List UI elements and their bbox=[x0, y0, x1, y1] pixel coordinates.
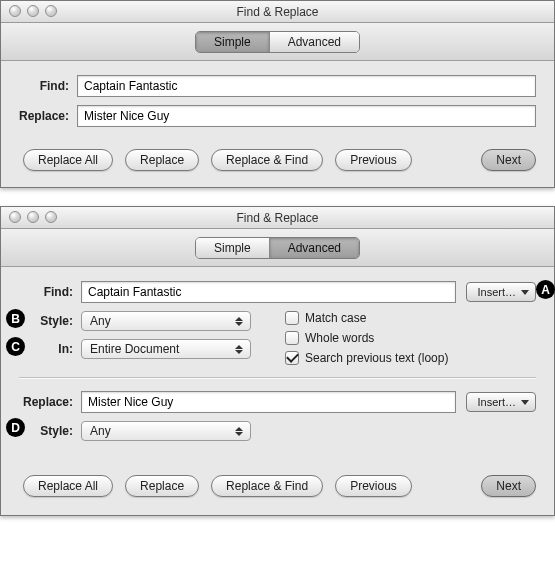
style-label: Style: bbox=[19, 314, 81, 328]
replace-find-button[interactable]: Replace & Find bbox=[211, 149, 323, 171]
titlebar[interactable]: Find & Replace bbox=[1, 1, 554, 23]
next-button[interactable]: Next bbox=[481, 149, 536, 171]
next-button[interactable]: Next bbox=[481, 475, 536, 497]
button-row: Replace All Replace Replace & Find Previ… bbox=[19, 149, 536, 171]
tab-advanced[interactable]: Advanced bbox=[270, 238, 359, 258]
find-style-value: Any bbox=[90, 314, 111, 328]
close-icon[interactable] bbox=[9, 211, 21, 223]
insert-replace-button[interactable]: Insert… bbox=[466, 392, 536, 412]
stepper-icon bbox=[231, 427, 246, 436]
replace-label: Replace: bbox=[19, 109, 77, 123]
minimize-icon[interactable] bbox=[27, 5, 39, 17]
tab-group: Simple Advanced bbox=[195, 237, 360, 259]
style-label: Style: bbox=[19, 424, 81, 438]
callout-d: D bbox=[6, 418, 25, 437]
replace-button[interactable]: Replace bbox=[125, 475, 199, 497]
dropdown-icon bbox=[521, 290, 529, 295]
search-previous-checkbox[interactable] bbox=[285, 351, 299, 365]
replace-input[interactable] bbox=[77, 105, 536, 127]
insert-label: Insert… bbox=[477, 396, 516, 408]
callout-a: A bbox=[536, 280, 555, 299]
tab-bar: Simple Advanced bbox=[1, 229, 554, 267]
insert-find-button[interactable]: Insert… bbox=[466, 282, 536, 302]
insert-label: Insert… bbox=[477, 286, 516, 298]
callout-b: B bbox=[6, 309, 25, 328]
whole-words-checkbox[interactable] bbox=[285, 331, 299, 345]
find-replace-window-simple: Find & Replace Simple Advanced Find: Rep… bbox=[0, 0, 555, 188]
zoom-icon[interactable] bbox=[45, 5, 57, 17]
tab-bar: Simple Advanced bbox=[1, 23, 554, 61]
options-checks: Match case Whole words Search previous t… bbox=[285, 311, 448, 365]
window-title: Find & Replace bbox=[236, 5, 318, 19]
replace-style-combo[interactable]: Any bbox=[81, 421, 251, 441]
whole-words-label: Whole words bbox=[305, 331, 374, 345]
titlebar[interactable]: Find & Replace bbox=[1, 207, 554, 229]
in-value: Entire Document bbox=[90, 342, 179, 356]
divider bbox=[19, 377, 536, 379]
window-controls bbox=[9, 211, 57, 223]
button-row: Replace All Replace Replace & Find Previ… bbox=[19, 475, 536, 497]
replace-all-button[interactable]: Replace All bbox=[23, 149, 113, 171]
tab-group: Simple Advanced bbox=[195, 31, 360, 53]
search-previous-label: Search previous text (loop) bbox=[305, 351, 448, 365]
dropdown-icon bbox=[521, 400, 529, 405]
replace-input[interactable] bbox=[81, 391, 456, 413]
in-combo[interactable]: Entire Document bbox=[81, 339, 251, 359]
tab-simple[interactable]: Simple bbox=[196, 32, 270, 52]
tab-simple[interactable]: Simple bbox=[196, 238, 270, 258]
tab-advanced[interactable]: Advanced bbox=[270, 32, 359, 52]
replace-label: Replace: bbox=[19, 395, 81, 409]
zoom-icon[interactable] bbox=[45, 211, 57, 223]
callout-c: C bbox=[6, 337, 25, 356]
find-input[interactable] bbox=[77, 75, 536, 97]
simple-panel: Find: Replace: Replace All Replace Repla… bbox=[1, 61, 554, 187]
match-case-label: Match case bbox=[305, 311, 366, 325]
replace-button[interactable]: Replace bbox=[125, 149, 199, 171]
find-label: Find: bbox=[19, 79, 77, 93]
find-replace-window-advanced: Find & Replace Simple Advanced Find: Ins… bbox=[0, 206, 555, 516]
replace-all-button[interactable]: Replace All bbox=[23, 475, 113, 497]
replace-find-button[interactable]: Replace & Find bbox=[211, 475, 323, 497]
find-style-combo[interactable]: Any bbox=[81, 311, 251, 331]
advanced-panel: Find: Insert… Style: Any In: bbox=[1, 267, 554, 515]
previous-button[interactable]: Previous bbox=[335, 475, 412, 497]
window-controls bbox=[9, 5, 57, 17]
close-icon[interactable] bbox=[9, 5, 21, 17]
window-title: Find & Replace bbox=[236, 211, 318, 225]
stepper-icon bbox=[231, 345, 246, 354]
find-label: Find: bbox=[19, 285, 81, 299]
in-label: In: bbox=[19, 342, 81, 356]
previous-button[interactable]: Previous bbox=[335, 149, 412, 171]
match-case-checkbox[interactable] bbox=[285, 311, 299, 325]
find-input[interactable] bbox=[81, 281, 456, 303]
stepper-icon bbox=[231, 317, 246, 326]
replace-style-value: Any bbox=[90, 424, 111, 438]
minimize-icon[interactable] bbox=[27, 211, 39, 223]
